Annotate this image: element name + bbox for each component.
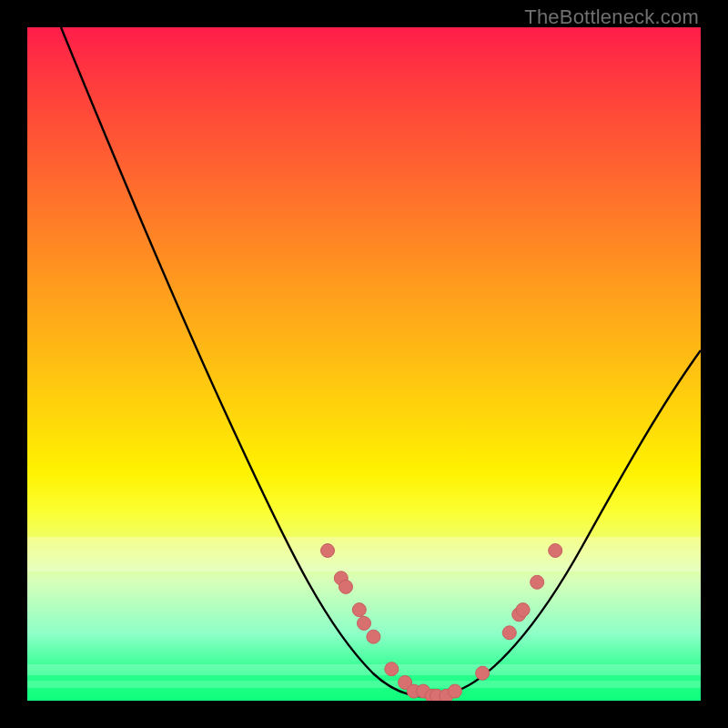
bottleneck-curve-path	[61, 27, 701, 696]
curve-svg	[27, 27, 701, 701]
curve-marker	[476, 666, 490, 680]
curve-marker	[516, 603, 530, 617]
curve-marker	[531, 575, 544, 589]
curve-marker	[549, 544, 562, 558]
marker-group	[321, 544, 562, 702]
curve-marker	[352, 603, 366, 617]
curve-marker	[358, 616, 371, 630]
plot-area	[27, 27, 701, 701]
curve-marker	[448, 684, 461, 698]
curve-marker	[367, 630, 380, 643]
curve-marker	[502, 626, 516, 640]
chart-frame: TheBottleneck.com	[0, 0, 728, 728]
curve-marker	[321, 544, 335, 558]
curve-marker	[385, 662, 399, 676]
watermark-text: TheBottleneck.com	[524, 5, 699, 29]
curve-marker	[339, 580, 353, 593]
